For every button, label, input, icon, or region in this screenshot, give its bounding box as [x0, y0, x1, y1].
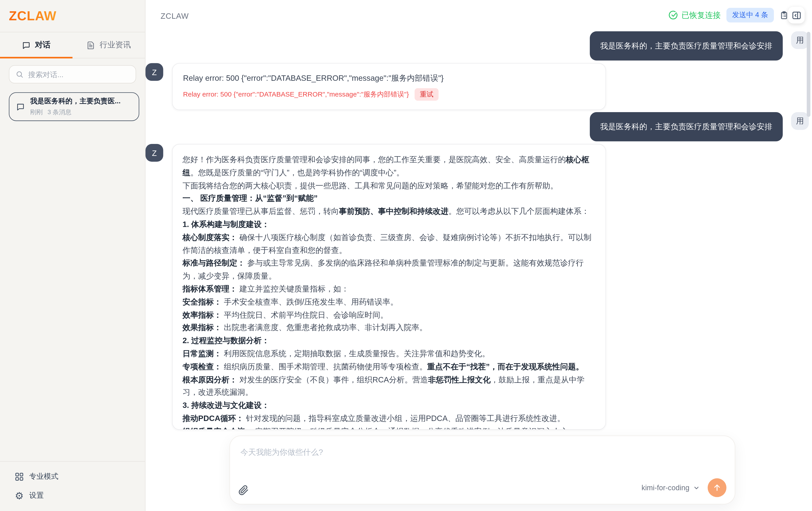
- user-avatar: 用: [791, 31, 809, 49]
- tab-industry-news[interactable]: 行业资讯: [72, 32, 145, 58]
- conversation-info: 我是医务科的，主要负责医... 刚刚 3 条消息: [30, 96, 121, 117]
- message-input[interactable]: [240, 448, 724, 471]
- chat-area: ZCLAW 已恢复连接 发送中 4 条 我是医务科的，主要负责医疗质量管理和会诊…: [145, 0, 812, 511]
- assistant-paragraph: 您好！作为医务科负责医疗质量管理和会诊安排的同事，您的工作至关重要，是医院高效、…: [182, 153, 596, 179]
- user-message-row: 我是医务科的，主要负责医疗质量管理和会诊安排 用: [590, 31, 809, 60]
- assistant-paragraph: 3. 持续改进与文化建设：: [182, 399, 596, 412]
- clipboard-icon[interactable]: [780, 10, 788, 20]
- attach-button[interactable]: [238, 485, 249, 495]
- search-box: [9, 65, 136, 83]
- zclaw-app: ZCLAW 对话 行业资讯: [0, 0, 812, 511]
- assistant-error-card: Relay error: 500 {"error":"DATABASE_ERRO…: [172, 63, 606, 110]
- chat-scrollbar[interactable]: [807, 32, 810, 117]
- pro-mode-label: 专业模式: [29, 472, 58, 481]
- send-button[interactable]: [707, 478, 726, 497]
- connection-status: 已恢复连接: [669, 10, 721, 20]
- search-input[interactable]: [28, 70, 129, 79]
- model-selector[interactable]: kimi-for-coding: [641, 483, 700, 492]
- chevron-down-icon: [693, 484, 700, 491]
- assistant-paragraph: 现代医疗质量管理已从事后监督、惩罚，转向事前预防、事中控制和持续改进。您可以考虑…: [182, 205, 596, 218]
- sidebar-footer: 专业模式 ⚙ 设置: [0, 461, 145, 511]
- assistant-paragraph: 根本原因分析： 对发生的医疗安全（不良）事件，组织RCA分析。营造非惩罚性上报文…: [182, 373, 596, 399]
- tab-conversations-label: 对话: [35, 40, 51, 50]
- app-logo: ZCLAW: [9, 8, 56, 24]
- conversation-list-item[interactable]: 我是医务科的，主要负责医... 刚刚 3 条消息: [9, 92, 139, 121]
- tab-industry-news-label: 行业资讯: [100, 40, 131, 50]
- assistant-paragraph: 安全指标： 手术安全核查率、跌倒/压疮发生率、用药错误率。: [182, 295, 596, 308]
- assistant-paragraph: 指标体系管理： 建立并监控关键质量指标，如：: [182, 283, 596, 295]
- assistant-avatar: Z: [145, 63, 163, 81]
- header-actions: 已恢复连接 发送中 4 条: [669, 7, 805, 24]
- user-message-bubble: 我是医务科的，主要负责医疗质量管理和会诊安排: [590, 31, 783, 60]
- sending-count-badge: 发送中 4 条: [726, 8, 774, 23]
- conversation-count: 3 条消息: [47, 108, 71, 117]
- active-tab-underline: [0, 57, 72, 58]
- assistant-paragraph: 效率指标： 平均住院日、术前平均住院日、会诊响应时间。: [182, 309, 596, 321]
- error-detail-text: Relay error: 500 {"error":"DATABASE_ERRO…: [183, 90, 409, 99]
- error-message-text: Relay error: 500 {"error":"DATABASE_ERRO…: [183, 74, 595, 83]
- arrow-up-icon: [712, 483, 722, 492]
- retry-button[interactable]: 重试: [414, 88, 438, 101]
- conversation-time: 刚刚: [30, 108, 42, 117]
- error-detail-row: Relay error: 500 {"error":"DATABASE_ERRO…: [183, 88, 595, 101]
- settings-label: 设置: [29, 491, 44, 501]
- paperclip-icon: [238, 485, 249, 495]
- assistant-error-row: Z Relay error: 500 {"error":"DATABASE_ER…: [145, 63, 606, 110]
- sidebar: ZCLAW 对话 行业资讯: [0, 0, 145, 511]
- tab-conversations[interactable]: 对话: [0, 32, 72, 58]
- user-avatar: 用: [791, 112, 809, 130]
- user-message-bubble: 我是医务科的，主要负责医疗质量管理和会诊安排: [590, 112, 783, 141]
- assistant-paragraph: 2. 过程监控与数据分析：: [182, 334, 596, 347]
- assistant-message-card: 您好！作为医务科负责医疗质量管理和会诊安排的同事，您的工作至关重要，是医院高效、…: [172, 144, 606, 430]
- user-message-row: 我是医务科的，主要负责医疗质量管理和会诊安排 用: [590, 112, 809, 141]
- composer: kimi-for-coding: [229, 436, 735, 505]
- assistant-paragraph: 推动PDCA循环： 针对发现的问题，指导科室成立质量改进小组，运用PDCA、品管…: [182, 412, 596, 425]
- sidebar-item-pro-mode[interactable]: 专业模式: [0, 467, 145, 486]
- assistant-paragraph: 1. 体系构建与制度建设：: [182, 218, 596, 231]
- assistant-paragraph: 日常监测： 利用医院信息系统，定期抽取数据，生成质量报告。关注异常值和趋势变化。: [182, 347, 596, 360]
- assistant-paragraph: 组织质量安全会议： 定期召开院级、科级质量安全分析会，通报数据，分享优秀改进案例…: [182, 425, 596, 430]
- grid-icon: [14, 472, 24, 481]
- conversation-title: 我是医务科的，主要负责医...: [30, 96, 121, 106]
- assistant-avatar: Z: [145, 144, 163, 162]
- sidebar-spacer: [0, 121, 145, 461]
- collapse-panel-button[interactable]: [788, 7, 805, 24]
- assistant-paragraph: 效果指标： 出院患者满意度、危重患者抢救成功率、非计划再入院率。: [182, 321, 596, 334]
- assistant-paragraph: 标准与路径制定： 参与或主导常见病、多发病的临床路径和单病种质量管理标准的制定与…: [182, 257, 596, 283]
- collapse-panel-icon: [791, 10, 801, 20]
- gear-icon: ⚙: [14, 490, 24, 501]
- assistant-paragraph: 一、 医疗质量管理：从“监督”到“赋能”: [182, 192, 596, 205]
- model-name: kimi-for-coding: [641, 483, 689, 492]
- assistant-paragraph: 专项检查： 组织病历质量、围手术期管理、抗菌药物使用等专项检查。重点不在于“找茬…: [182, 360, 596, 373]
- chat-bubble-icon: [16, 103, 25, 111]
- news-icon: [87, 41, 95, 49]
- sidebar-tabs: 对话 行业资讯: [0, 32, 145, 58]
- assistant-paragraph: 核心制度落实： 确保十八项医疗核心制度（如首诊负责、三级查房、会诊、疑难病例讨论…: [182, 231, 596, 257]
- chat-bubble-icon: [22, 41, 30, 49]
- sidebar-item-settings[interactable]: ⚙ 设置: [0, 486, 145, 505]
- check-circle-icon: [669, 10, 678, 20]
- search-icon: [16, 70, 24, 78]
- composer-actions: kimi-for-coding: [641, 478, 726, 497]
- assistant-paragraph: 下面我将结合您的两大核心职责，提供一些思路、工具和常见问题的应对策略，希望能对您…: [182, 179, 596, 192]
- conversation-meta: 刚刚 3 条消息: [30, 108, 121, 117]
- page-title: ZCLAW: [161, 11, 189, 20]
- sidebar-header: ZCLAW: [0, 0, 145, 32]
- connection-status-text: 已恢复连接: [682, 10, 721, 20]
- assistant-message-row: Z 您好！作为医务科负责医疗质量管理和会诊安排的同事，您的工作至关重要，是医院高…: [145, 144, 606, 430]
